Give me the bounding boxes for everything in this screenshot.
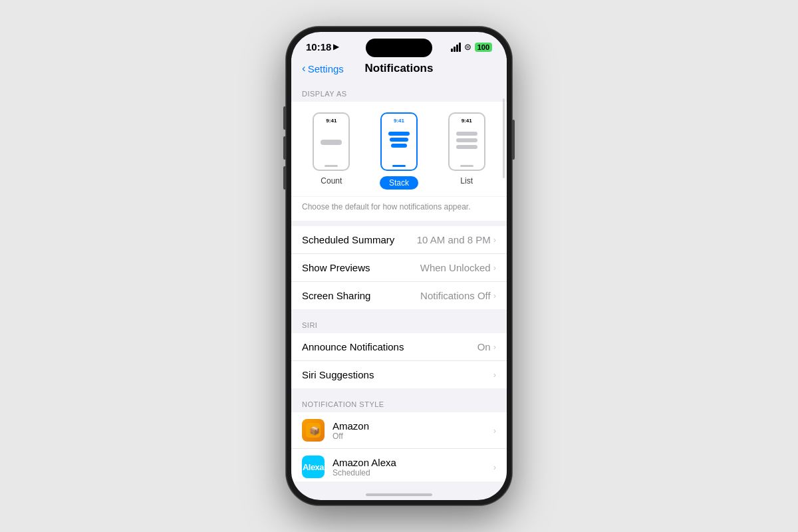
announce-notifications-label: Announce Notifications	[302, 341, 404, 352]
scheduled-summary-value-text: 10 AM and 8 PM	[417, 234, 491, 245]
count-time: 9:41	[326, 118, 336, 124]
screen-sharing-value: Notifications Off ›	[420, 290, 496, 301]
display-options: 9:41 Count 9:41	[291, 102, 507, 196]
page-title: Notifications	[365, 62, 434, 75]
battery-indicator: 100	[475, 43, 492, 52]
volume-up-button[interactable]	[283, 136, 286, 160]
notification-style-section-header: NOTIFICATION STYLE	[291, 394, 507, 412]
siri-section-header: SIRI	[291, 315, 507, 333]
list-home-indicator	[460, 165, 473, 167]
display-as-section-header: DISPLAY AS	[291, 83, 507, 102]
list-bar-1	[456, 132, 477, 136]
list-bars	[456, 132, 477, 152]
screen-sharing-row[interactable]: Screen Sharing Notifications Off ›	[291, 282, 507, 309]
signal-bar-3	[456, 45, 458, 52]
display-option-list[interactable]: 9:41 List	[448, 112, 485, 190]
amazon-alexa-app-status: Scheduled	[332, 468, 493, 477]
list-bar-2	[456, 138, 477, 142]
screen-sharing-label: Screen Sharing	[302, 290, 370, 301]
amazon-alexa-app-name: Amazon Alexa	[332, 457, 493, 468]
status-icons: ⊜ 100	[451, 42, 492, 52]
show-previews-row[interactable]: Show Previews When Unlocked ›	[291, 254, 507, 282]
volume-down-button[interactable]	[283, 166, 286, 190]
siri-suggestions-label: Siri Suggestions	[302, 369, 374, 380]
amazon-alexa-row-chevron: ›	[493, 462, 496, 472]
amazon-row-chevron: ›	[493, 426, 496, 436]
siri-suggestions-row[interactable]: Siri Suggestions ›	[291, 361, 507, 388]
phone-screen: 10:18 ▶ ⊜ 100 ‹ Settings Notifications	[291, 32, 507, 500]
siri-suggestions-chevron: ›	[493, 370, 496, 380]
scheduled-summary-row[interactable]: Scheduled Summary 10 AM and 8 PM ›	[291, 226, 507, 254]
notification-style-group: 📦 Amazon Off › Alexa Amazon Alexa	[291, 412, 507, 481]
settings-group-main: Scheduled Summary 10 AM and 8 PM › Show …	[291, 226, 507, 309]
list-phone-icon: 9:41	[448, 112, 485, 171]
amazon-alexa-app-info: Amazon Alexa Scheduled	[332, 457, 493, 477]
stack-home-indicator	[392, 165, 406, 167]
amazon-app-row[interactable]: 📦 Amazon Off ›	[291, 412, 507, 449]
announce-notifications-value-text: On	[477, 341, 491, 352]
amazon-app-status: Off	[332, 432, 493, 441]
signal-bars	[451, 43, 461, 52]
status-time: 10:18 ▶	[306, 41, 338, 53]
back-button[interactable]: ‹ Settings	[302, 62, 344, 75]
dynamic-island	[366, 39, 432, 57]
scheduled-summary-label: Scheduled Summary	[302, 234, 394, 245]
announce-notifications-chevron: ›	[493, 342, 496, 352]
svg-text:📦: 📦	[309, 425, 321, 436]
amazon-app-info: Amazon Off	[332, 420, 493, 441]
back-chevron-icon: ‹	[302, 62, 306, 75]
stack-bars	[388, 132, 410, 148]
signal-bar-2	[454, 47, 456, 52]
list-label: List	[460, 176, 473, 186]
count-home-indicator	[325, 165, 338, 167]
stack-phone-icon: 9:41	[380, 112, 418, 171]
display-hint: Choose the default for how notifications…	[291, 196, 507, 221]
signal-bar-4	[459, 43, 461, 52]
announce-notifications-value: On ›	[477, 341, 496, 352]
list-time: 9:41	[462, 118, 472, 124]
list-bar-3	[456, 145, 477, 149]
nav-header: ‹ Settings Notifications	[291, 58, 507, 83]
announce-notifications-row[interactable]: Announce Notifications On ›	[291, 333, 507, 361]
back-label[interactable]: Settings	[308, 63, 344, 74]
amazon-app-icon: 📦	[302, 419, 325, 442]
stack-time: 9:41	[394, 118, 404, 124]
screen-sharing-value-text: Notifications Off	[420, 290, 491, 301]
scroll-content[interactable]: DISPLAY AS 9:41 Count	[291, 83, 507, 481]
display-option-count[interactable]: 9:41 Count	[313, 112, 350, 190]
amazon-alexa-app-icon: Alexa	[302, 456, 325, 478]
show-previews-label: Show Previews	[302, 262, 370, 273]
scrollbar[interactable]	[503, 98, 505, 178]
amazon-app-name: Amazon	[332, 420, 493, 432]
signal-bar-1	[451, 49, 453, 52]
siri-settings-group: Announce Notifications On › Siri Suggest…	[291, 333, 507, 388]
home-indicator	[366, 493, 432, 496]
display-option-stack[interactable]: 9:41 Stack	[380, 112, 418, 190]
scheduled-summary-chevron: ›	[493, 235, 496, 245]
show-previews-value-text: When Unlocked	[420, 262, 491, 273]
display-as-card: 9:41 Count 9:41	[291, 102, 507, 221]
amazon-alexa-app-row[interactable]: Alexa Amazon Alexa Scheduled ›	[291, 449, 507, 481]
stack-label: Stack	[380, 176, 418, 190]
phone-frame: 10:18 ▶ ⊜ 100 ‹ Settings Notifications	[286, 27, 512, 505]
scheduled-summary-value: 10 AM and 8 PM ›	[417, 234, 496, 245]
wifi-icon: ⊜	[464, 42, 471, 52]
time-text: 10:18	[306, 41, 331, 53]
stack-bar-3	[391, 144, 407, 148]
show-previews-chevron: ›	[493, 263, 496, 273]
count-label: Count	[321, 176, 342, 186]
screen-sharing-chevron: ›	[493, 291, 496, 301]
location-icon: ▶	[333, 43, 338, 51]
count-phone-icon: 9:41	[313, 112, 350, 171]
show-previews-value: When Unlocked ›	[420, 262, 496, 273]
siri-suggestions-value: ›	[493, 370, 496, 380]
stack-bar-2	[390, 138, 408, 142]
count-bar	[321, 140, 342, 145]
stack-bar-1	[388, 132, 410, 136]
